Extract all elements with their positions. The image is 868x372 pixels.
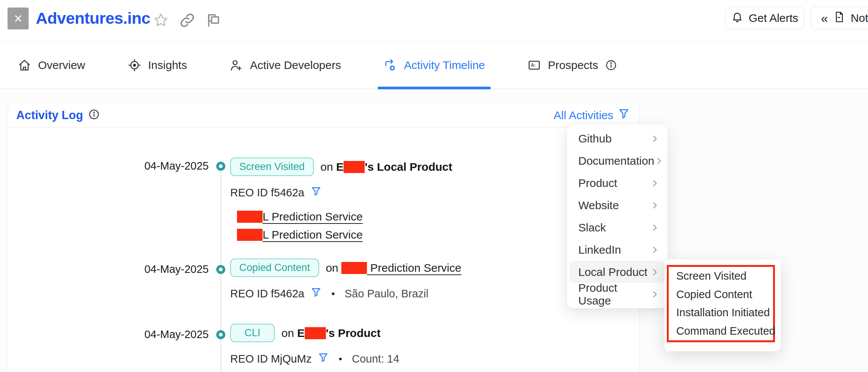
chevron-right-icon [650,268,659,277]
entry-on-text: on Prediction Service [326,262,462,274]
collapse-icon: « [821,12,828,24]
chevron-right-icon [654,156,663,165]
tab-prospects[interactable]: A: Prospects [522,41,622,89]
timeline-entry: 04-May-2025 Copied Content on Prediction… [8,259,639,301]
link-icon[interactable] [179,12,196,29]
reo-id: REO ID f5462a [230,187,304,199]
timeline-marker [216,265,225,274]
svg-text:A:: A: [531,63,536,68]
all-activities-label: All Activities [554,109,613,122]
redaction-block [305,327,326,339]
tab-activity-timeline[interactable]: Activity Timeline [378,41,491,89]
redaction-block [237,229,263,241]
id-card-icon: A: [527,58,541,72]
submenu-item-copied-content[interactable]: Copied Content [676,288,773,301]
flag-icon[interactable] [205,12,222,29]
filter-funnel-icon[interactable] [310,287,322,301]
user-plus-icon [229,58,243,72]
redaction-block [341,262,367,274]
tab-overview-label: Overview [38,59,85,72]
menu-item-documentation[interactable]: Documentation [567,150,668,172]
local-product-submenu: Screen Visited Copied Content Installati… [665,259,781,351]
reo-id: REO ID MjQuMz [230,353,312,365]
filter-funnel-icon [618,108,630,122]
header-actions [153,12,222,29]
reo-id: REO ID f5462a [230,288,304,300]
document-icon [833,11,845,26]
bell-icon [731,11,743,26]
timeline-entry: 04-May-2025 CLI on E's Product REO ID Mj… [8,324,639,366]
activity-badge: CLI [230,324,275,342]
star-icon[interactable] [153,12,169,29]
tab-insights[interactable]: Insights [122,41,193,89]
home-icon [18,58,31,72]
info-icon[interactable] [88,109,100,122]
close-button[interactable]: × [8,8,29,29]
activity-log-header: Activity Log All Activities [8,103,639,128]
service-link[interactable]: Prediction Service [341,262,461,274]
chevron-right-icon [650,223,659,232]
tab-prospects-label: Prospects [548,59,598,72]
menu-item-local-product[interactable]: Local Product [570,261,665,283]
filter-funnel-icon[interactable] [318,352,329,366]
dot-separator: • [332,288,335,300]
chevron-right-icon [650,201,659,210]
menu-item-slack[interactable]: Slack [567,216,668,239]
get-alerts-button[interactable]: Get Alerts [725,7,804,29]
chevron-right-icon [650,134,659,143]
timeline-icon [384,58,397,72]
redaction-block [237,211,263,223]
entry-date: 04-May-2025 [98,160,209,172]
info-icon[interactable] [605,59,617,71]
menu-item-linkedin[interactable]: LinkedIn [567,239,668,261]
activity-timeline-list: 04-May-2025 Screen Visited on E's Local … [8,128,639,372]
submenu-item-command-executed[interactable]: Command Executed [676,325,773,337]
tab-bar: Overview Insights Active Developers Acti… [0,41,868,89]
app-window: × Adventures.inc Get Alerts « Notes [0,0,868,372]
menu-item-github[interactable]: Github [567,127,668,150]
tab-active-developers[interactable]: Active Developers [224,41,347,89]
filter-funnel-icon[interactable] [310,186,322,200]
entry-target: 's Product [326,327,381,339]
notes-button[interactable]: « Notes [811,7,868,29]
redaction-block [344,161,365,173]
entry-date: 04-May-2025 [98,328,209,341]
service-link[interactable]: L Prediction Service [237,228,363,241]
company-title: Adventures.inc [36,9,150,28]
entry-target: 's Local Product [365,161,452,173]
menu-item-website[interactable]: Website [567,194,668,216]
timeline-marker [216,330,225,339]
tab-active-developers-label: Active Developers [250,59,341,72]
entry-location: São Paulo, Brazil [345,288,428,300]
submenu-item-screen-visited[interactable]: Screen Visited [676,270,773,282]
service-link[interactable]: L Prediction Service [237,210,363,223]
target-icon [128,58,141,72]
tab-overview[interactable]: Overview [12,41,91,89]
chevron-right-icon [650,245,659,254]
timeline-marker [216,162,225,171]
entry-on-text: on E's Local Product [321,161,452,173]
activity-log-card: Activity Log All Activities 04-May-2025 [8,103,640,372]
chevron-right-icon [650,179,659,188]
entry-date: 04-May-2025 [98,263,209,276]
tab-activity-timeline-label: Activity Timeline [404,59,485,72]
get-alerts-label: Get Alerts [749,12,798,24]
entry-on-text: on E's Product [281,327,381,340]
chevron-right-icon [650,290,659,299]
page-header: × Adventures.inc Get Alerts « Notes [0,0,868,41]
activity-badge: Copied Content [230,259,319,277]
activities-filter-menu: Github Documentation Product Website Sla… [567,124,668,308]
activity-log-title: Activity Log [16,109,83,122]
submenu-item-installation-initiated[interactable]: Installation Initiated [676,306,773,319]
all-activities-filter[interactable]: All Activities [554,108,630,122]
menu-item-product[interactable]: Product [567,172,668,194]
activity-badge: Screen Visited [230,158,314,176]
menu-item-product-usage[interactable]: Product Usage [567,283,668,305]
tab-insights-label: Insights [148,59,187,72]
dot-separator: • [339,353,342,365]
notes-label: Notes [851,12,868,24]
timeline-entry: 04-May-2025 Screen Visited on E's Local … [8,128,639,241]
entry-count: Count: 14 [352,353,399,365]
